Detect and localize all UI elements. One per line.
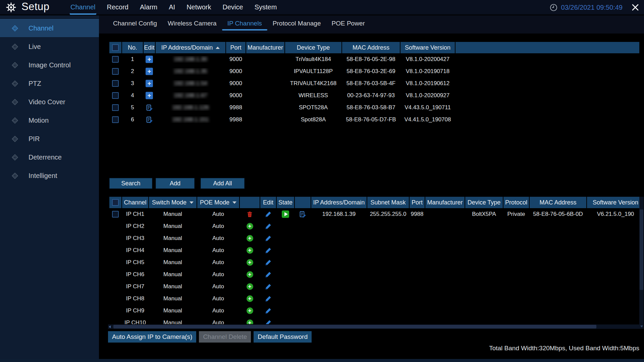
horizontal-scrollbar-thumb[interactable] [113,325,596,328]
pencil-icon[interactable] [265,247,272,254]
sidebar-item-video-cover[interactable]: Video Cover [0,93,99,111]
sidebar-item-live[interactable]: Live [0,38,99,56]
topbar-right: 03/26/2021 09:50:49 [550,0,639,15]
add-plus-icon[interactable]: + [146,68,153,75]
row-checkbox[interactable] [112,68,119,75]
add-circle-icon[interactable]: + [247,223,253,230]
add-plus-icon[interactable]: + [146,56,153,63]
row-checkbox[interactable] [112,80,119,87]
sidebar-item-intelligent[interactable]: Intelligent [0,167,99,185]
add-plus-icon[interactable]: + [146,92,153,99]
scroll-down-icon[interactable] [640,325,643,327]
add-circle-icon[interactable]: + [247,235,253,242]
top-menu-record[interactable]: Record [106,0,129,15]
tab-protocol-manage[interactable]: Protocol Manage [272,18,322,31]
tab-wireless-camera[interactable]: Wireless Camera [167,18,217,31]
add-circle-icon[interactable]: + [247,319,253,324]
play-state-icon[interactable] [282,210,289,218]
pencil-icon[interactable] [265,223,272,230]
pencil-icon[interactable] [265,283,272,290]
cell-device-type: BoltX5PA [465,211,503,218]
cell-port: 9000 [226,56,246,63]
checkbox-cell [109,80,121,87]
cell-ip-address: 192.168.1.67 [156,92,225,99]
sidebar-item-label: PTZ [29,80,41,87]
row-checkbox[interactable] [112,56,119,63]
cell-no: 4 [122,92,143,99]
close-icon[interactable] [631,3,639,11]
header-poe-mode[interactable]: POE Mode [197,197,239,208]
sidebar-item-image-control[interactable]: Image Control [0,56,99,74]
top-menu-channel[interactable]: Channel [70,0,96,15]
search-button[interactable]: Search [109,178,152,189]
doc-edit-icon[interactable] [299,211,306,218]
pencil-icon[interactable] [265,235,272,242]
channel-row: IP CH8ManualAuto+ [109,293,639,305]
sidebar-item-label: Image Control [29,61,71,69]
vertical-scrollbar-thumb[interactable] [640,209,643,290]
tab-poe-power[interactable]: POE Power [331,18,366,31]
cell-action: + [240,295,260,302]
pencil-icon[interactable] [265,211,272,218]
pencil-icon[interactable] [265,319,272,324]
vertical-scrollbar[interactable] [639,197,644,329]
datetime: 03/26/2021 09:50:49 [561,4,623,11]
auto-assign-ip-button[interactable]: Auto Assign IP to Camera(s) [108,331,196,343]
sidebar-item-label: Live [29,43,41,51]
cell-no: 1 [122,56,143,63]
sidebar-item-pir[interactable]: PIR [0,130,99,148]
pencil-icon[interactable] [265,307,272,314]
cell-action [260,211,276,218]
horizontal-scrollbar[interactable] [108,324,639,329]
select-all-checkbox[interactable] [112,44,119,51]
trash-icon[interactable] [247,211,253,218]
searched-devices-table: No.EditIP Address/DomainPortManufacturer… [109,42,639,126]
sidebar-item-channel[interactable]: Channel [0,19,99,38]
header-switch-mode[interactable]: Switch Mode [149,197,197,208]
select-all-checkbox[interactable] [112,199,119,206]
row-checkbox[interactable] [112,92,119,99]
header-no: No. [122,42,143,53]
add-circle-icon[interactable]: + [247,271,253,278]
add-circle-icon[interactable]: + [247,259,253,266]
doc-edit-icon[interactable] [146,116,153,123]
add-plus-icon[interactable]: + [146,80,153,87]
header-checkbox [109,197,121,208]
sidebar-item-label: PIR [29,135,40,143]
top-menu-system[interactable]: System [254,0,278,15]
add-button[interactable]: Add [156,178,195,189]
add-circle-icon[interactable]: + [247,283,253,290]
top-menu-device[interactable]: Device [222,0,244,15]
cell-switch-mode: Manual [149,295,197,302]
top-menu-network[interactable]: Network [186,0,212,15]
add-circle-icon[interactable]: + [247,247,253,254]
add-circle-icon[interactable]: + [247,295,253,302]
tab-channel-config[interactable]: Channel Config [112,18,158,31]
channel-row: IP CH6ManualAuto+ [109,268,639,281]
header-ip-address-domain[interactable]: IP Address/Domain [156,42,225,53]
default-password-button[interactable]: Default Password [254,331,312,343]
cell-switch-mode: Manual [149,307,197,314]
pencil-icon[interactable] [265,271,272,278]
add-circle-icon[interactable]: + [247,307,253,314]
pencil-icon[interactable] [265,295,272,302]
top-menu-alarm[interactable]: Alarm [139,0,158,15]
cell-ip-address: 192.168.1.54 [156,80,225,87]
pencil-icon[interactable] [265,259,272,266]
row-checkbox[interactable] [112,211,119,218]
cell-software-version: V8.1.0-20190718 [400,68,455,75]
sidebar-item-ptz[interactable]: PTZ [0,74,99,93]
row-checkbox[interactable] [112,104,119,111]
cell-software-version: V4.41.5.0_190708 [400,116,455,123]
sidebar-item-motion[interactable]: Motion [0,111,99,130]
add-all-button[interactable]: Add All [201,178,245,189]
sidebar-item-deterrence[interactable]: Deterrence [0,148,99,167]
cell-no: 6 [122,116,143,123]
cell-switch-mode: Manual [149,247,197,254]
doc-edit-icon[interactable] [146,104,153,111]
tab-ip-channels[interactable]: IP Channels [227,18,263,31]
top-menu-ai[interactable]: AI [168,0,176,15]
scroll-left-icon[interactable] [109,325,111,328]
cell-channel: IP CH8 [122,295,148,302]
row-checkbox[interactable] [112,116,119,123]
